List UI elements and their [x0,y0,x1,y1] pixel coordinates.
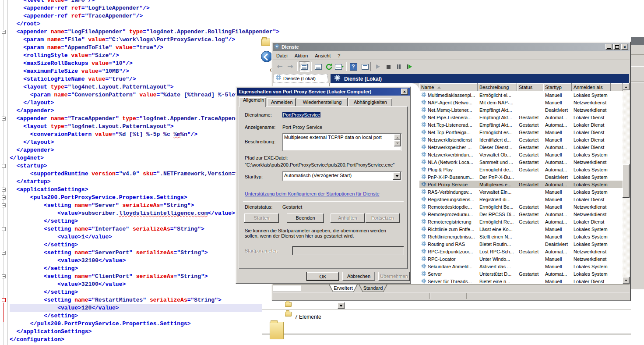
view-tab-erweitert[interactable]: Erweitert [329,285,358,292]
collapse-box-icon[interactable] [2,188,6,192]
dropdown-button[interactable] [338,302,345,309]
collapse-box-icon[interactable] [2,251,6,255]
menu-item-ansicht[interactable]: Ansicht [311,52,334,59]
properties-dialog[interactable]: Eigenschaften von Port Proxy Service (Lo… [236,86,411,284]
service-row[interactable]: Remotedesktopdie...Ermöglicht Be...Gesta… [419,203,623,210]
service-row[interactable]: Netzwerkverbindun...Verwaltet Ob...Gesta… [419,151,623,158]
column-header-name[interactable]: Name [419,83,478,91]
chevron-down-icon[interactable] [393,172,401,180]
menu-item-?[interactable]: ? [334,52,344,59]
dialog-titlebar[interactable]: Eigenschaften von Port Proxy Service (Lo… [237,88,410,96]
restart-service-icon[interactable] [404,61,415,72]
view-tabs-row[interactable]: ErweitertStandard [273,284,630,292]
starttyp-combobox[interactable]: Automatisch (Verzögerter Start) [282,171,401,181]
collapse-box-icon[interactable] [2,227,6,231]
tab-allgemein[interactable]: Allgemein [239,97,266,107]
column-header-beschreibung[interactable]: Beschreibung [478,83,517,91]
service-row[interactable]: Sekundäre Anmeld...Aktiviert das ...Manu… [419,263,623,270]
collapse-box-icon[interactable] [2,203,6,207]
column-header-anmelden-als[interactable]: Anmelden als [572,83,611,91]
beschreibung-textbox[interactable]: Multiplexes external TCP/IP data on loca… [282,133,401,151]
service-row[interactable]: Richtlinienergebniss...Stellt einen N...… [419,233,623,240]
bernehmen-button[interactable]: Übernehmen [378,272,410,281]
beenden-button[interactable]: Beenden [287,213,324,223]
service-control-buttons[interactable]: StartenBeendenAnhaltenFortsetzen [239,213,408,223]
extended-view-icon[interactable] [359,61,369,72]
forward-arrow-icon[interactable]: → [285,61,296,72]
service-row[interactable]: NLA (Network Loca...Sammelt und ...Gesta… [419,158,623,166]
collapse-box-icon[interactable] [2,30,6,34]
properties-list-icon[interactable] [313,61,324,72]
service-row[interactable]: Net.Tcp-Portfreiga...Ermöglicht es...Ges… [419,128,623,136]
back-button-icon[interactable] [261,51,272,62]
tree-item-dienste-lokal[interactable]: Dienste (Lokal) [274,74,328,83]
service-row[interactable]: Routing und RASBietet Routin...Deaktivie… [419,240,623,248]
startoptions-help-link[interactable]: Unterstützung beim Konfigurieren der Sta… [245,191,380,196]
maximize-button[interactable] [613,44,620,50]
textbox-scrollbar[interactable] [394,134,401,146]
scroll-up-button[interactable] [623,83,630,90]
service-row[interactable]: Server für Threads...Bietet eine n...Man… [419,277,623,284]
collapse-box-icon[interactable] [2,117,6,121]
toolbar[interactable]: ←→? [273,60,630,73]
service-row[interactable]: Netzwerkspeicher-...Dieser Dienst...Gest… [419,143,623,151]
service-row[interactable]: RPC-LocatorUnter Windo...ManuellNetzwerk… [419,255,623,263]
abbrechen-button[interactable]: Abbrechen [342,272,375,281]
service-row[interactable]: Net.Tcp-Listenerad...Empfängt Akt...Gest… [419,121,623,128]
startparameter-input[interactable] [292,246,404,255]
collapse-box-icon[interactable] [2,196,6,199]
service-row[interactable]: Port Proxy ServiceMultiplexes e...Gestar… [419,181,623,188]
service-row[interactable]: RAS-Verbindungsv...Verwaltet Ein...Manue… [419,188,623,196]
menu-item-aktion[interactable]: Aktion [291,52,312,59]
service-row[interactable]: Remoteprozedurau...Der RPCSS-Di...Gestar… [419,210,623,218]
pause-service-icon[interactable] [394,61,404,72]
service-row[interactable]: Multimediaklassenpl...Ermöglicht ei...Ma… [419,91,623,99]
fortsetzen-button[interactable]: Fortsetzen [366,213,400,223]
service-row[interactable]: Net.Pipe-Listenera...Empfängt Akt...Gest… [419,114,623,121]
scrollbar-thumb[interactable] [623,164,630,198]
service-row[interactable]: NAP-Agent (Netwo...Mit dem NAP-...Manuel… [419,99,623,106]
ok-button[interactable]: OK [306,272,339,281]
export-list-icon[interactable] [334,61,345,72]
scroll-down-button[interactable] [394,140,401,146]
tab-abhngigkeiten[interactable]: Abhängigkeiten [348,98,392,107]
back-arrow-icon[interactable]: ← [274,61,285,72]
anhalten-button[interactable]: Anhalten [331,213,365,223]
close-button[interactable]: × [621,44,628,50]
starten-button[interactable]: Starten [244,213,279,223]
window-titlebar[interactable]: Dienste × [273,43,630,51]
column-header-starttyp[interactable]: Starttyp [543,83,572,91]
service-row[interactable]: RemoteregistrierungErmöglicht Re...Gesta… [419,218,623,225]
xml-editor[interactable]: <level value="INFO"/> <appender-ref ref=… [0,0,272,345]
dialog-close-icon[interactable]: × [401,89,408,95]
scroll-down-button[interactable] [623,277,630,284]
menu-bar[interactable]: DateiAktionAnsicht? [273,51,630,60]
editor-code[interactable]: <level value="INFO"/> <appender-ref ref=… [10,0,272,344]
service-row[interactable]: Plug & PlayErmöglicht de...GestartetAuto… [419,166,623,173]
start-service-icon[interactable] [373,61,383,72]
collapse-box-icon[interactable] [2,274,6,278]
service-row[interactable]: PnP-X-IP-Busenum...Der PnP-X-Bu...Deakti… [419,173,623,181]
table-body[interactable]: Multimediaklassenpl...Ermöglicht ei...Ma… [419,91,623,284]
service-row[interactable]: Registrierungsdiens...Registriert di...M… [419,196,623,203]
services-table[interactable]: NameBeschreibungStatusStarttypAnmelden a… [419,83,630,284]
service-row[interactable]: NetzwerklistendienstIdentifiziert d...Ge… [419,136,623,143]
menu-item-datei[interactable]: Datei [273,52,291,59]
dialog-buttons[interactable]: OKAbbrechenÜbernehmen [236,272,408,281]
vertical-scrollbar[interactable] [623,83,630,284]
collapse-box-icon[interactable] [2,164,6,168]
console-window-icon[interactable] [299,61,310,72]
tab-anmelden[interactable]: Anmelden [267,98,296,107]
refresh-icon[interactable] [324,61,334,72]
service-row[interactable]: ServerUnterstützt D...GestartetAutomat..… [419,270,623,277]
tab-wiederherstellung[interactable]: Wiederherstellung [297,98,348,107]
scroll-up-button[interactable] [394,134,401,140]
changed-collapse-box-icon[interactable] [2,298,6,302]
minimize-button[interactable] [605,44,612,50]
column-header-status[interactable]: Status [517,83,543,91]
service-row[interactable]: Richtlinie zum Entfe...Lässt eine Ko...M… [419,225,623,233]
service-row[interactable]: Net.Msmq-Listener...Empfängt Akt...Deakt… [419,106,623,114]
help-icon[interactable]: ? [348,61,359,72]
view-tab-standard[interactable]: Standard [359,285,387,292]
stop-service-icon[interactable] [383,61,394,72]
